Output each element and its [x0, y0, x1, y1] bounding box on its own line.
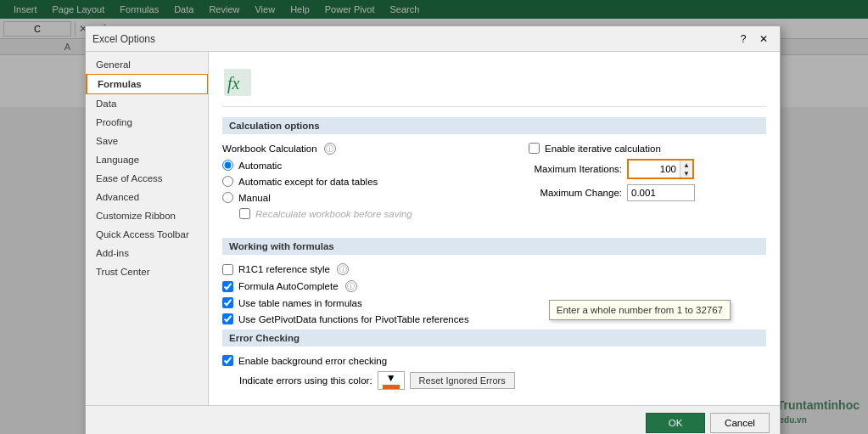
r1c1-label: R1C1 reference style	[238, 264, 330, 274]
radio-manual[interactable]: Manual	[222, 192, 515, 203]
radio-manual-label: Manual	[238, 193, 271, 203]
workbook-calc-label-row: Workbook Calculation ⓘ	[222, 143, 515, 155]
sidebar-item-advanced[interactable]: Advanced	[86, 188, 208, 206]
max-iterations-input[interactable]: 100	[629, 161, 680, 178]
sidebar-item-proofing[interactable]: Proofing	[86, 113, 208, 132]
use-getpivotdata-input[interactable]	[222, 313, 233, 324]
sidebar-item-language[interactable]: Language	[86, 150, 208, 169]
calc-options: Workbook Calculation ⓘ Automatic	[222, 143, 766, 224]
error-section-header: Error Checking	[222, 330, 766, 347]
indicate-errors-label: Indicate errors using this color:	[239, 375, 372, 386]
max-iterations-spinner: 100 ▲ ▼	[627, 159, 694, 179]
use-getpivotdata-label: Use GetPivotData functions for PivotTabl…	[238, 314, 469, 324]
sidebar-item-save[interactable]: Save	[86, 132, 208, 150]
sidebar-item-ease-of-access[interactable]: Ease of Access	[86, 169, 208, 188]
svg-text:fx: fx	[227, 74, 240, 93]
dialog-title: Excel Options	[92, 33, 155, 45]
radio-manual-input[interactable]	[222, 192, 233, 203]
radio-automatic[interactable]: Automatic	[222, 160, 515, 171]
workbook-calc-info-icon[interactable]: ⓘ	[324, 143, 336, 155]
radio-automatic-except-label: Automatic except for data tables	[238, 177, 378, 187]
reset-ignored-errors-button[interactable]: Reset Ignored Errors	[410, 372, 515, 389]
cancel-button[interactable]: Cancel	[710, 413, 770, 433]
dialog-footer: OK Cancel	[86, 405, 780, 434]
radio-automatic-label: Automatic	[238, 161, 282, 171]
r1c1-checkbox[interactable]: R1C1 reference style ⓘ	[222, 263, 766, 275]
excel-options-dialog: Excel Options ? ✕ General Formulas Data …	[85, 25, 781, 434]
workbook-calc-radios: Automatic Automatic except for data tabl…	[222, 160, 515, 203]
sidebar-item-trust-center[interactable]: Trust Center	[86, 262, 208, 281]
calc-section-header: Calculation options	[222, 117, 766, 134]
enable-background-label: Enable background error checking	[238, 356, 387, 366]
use-table-names-label: Use table names in formulas	[238, 298, 362, 308]
dialog-overlay: Excel Options ? ✕ General Formulas Data …	[0, 0, 868, 434]
workbook-calc-label: Workbook Calculation	[222, 144, 317, 154]
r1c1-info-icon[interactable]: ⓘ	[337, 263, 349, 275]
max-iterations-spinner-btns: ▲ ▼	[680, 161, 692, 178]
recalculate-input[interactable]	[239, 208, 250, 219]
dialog-description: fx	[222, 62, 766, 107]
formula-autocomplete-label: Formula AutoComplete	[238, 281, 339, 291]
formula-autocomplete-checkbox[interactable]: Formula AutoComplete ⓘ	[222, 280, 766, 292]
use-table-names-input[interactable]	[222, 297, 233, 308]
formula-autocomplete-input[interactable]	[222, 281, 233, 292]
dialog-controls: ? ✕	[734, 31, 773, 48]
sidebar-item-quick-access-toolbar[interactable]: Quick Access Toolbar	[86, 225, 208, 244]
formulas-section-header: Working with formulas	[222, 238, 766, 255]
iterative-calc-group: Enable iterative calculation Maximum Ite…	[529, 143, 766, 224]
radio-automatic-input[interactable]	[222, 160, 233, 171]
close-button[interactable]: ✕	[754, 31, 773, 48]
dialog-body: General Formulas Data Proofing Save Lang…	[86, 52, 780, 405]
r1c1-input[interactable]	[222, 264, 233, 275]
workbook-calc-group: Workbook Calculation ⓘ Automatic	[222, 143, 515, 224]
indicate-errors-row: Indicate errors using this color: ▼ Rese…	[239, 371, 766, 390]
help-button[interactable]: ?	[734, 31, 753, 48]
color-bar	[383, 385, 400, 389]
error-section: Enable background error checking Indicat…	[222, 355, 766, 390]
enable-iterative-input[interactable]	[529, 143, 540, 154]
max-iterations-row: Maximum Iterations: 100 ▲ ▼	[529, 159, 766, 179]
sidebar-item-data[interactable]: Data	[86, 94, 208, 113]
enable-background-checkbox[interactable]: Enable background error checking	[222, 355, 766, 366]
enable-iterative-label: Enable iterative calculation	[545, 144, 661, 154]
dialog-main: fx Calculation options Workbook Calculat…	[209, 52, 780, 405]
enable-background-input[interactable]	[222, 355, 233, 366]
max-iterations-label: Maximum Iterations:	[529, 164, 622, 174]
sidebar-item-general[interactable]: General	[86, 55, 208, 74]
dialog-titlebar: Excel Options ? ✕	[86, 26, 780, 52]
color-picker-button[interactable]: ▼	[378, 371, 405, 390]
sidebar-item-customize-ribbon[interactable]: Customize Ribbon	[86, 206, 208, 225]
formula-autocomplete-info-icon[interactable]: ⓘ	[345, 280, 357, 292]
recalculate-label: Recalculate workbook before saving	[255, 209, 412, 219]
max-iterations-up[interactable]: ▲	[680, 161, 692, 169]
sidebar-item-formulas[interactable]: Formulas	[86, 74, 208, 94]
tooltip: Enter a whole number from 1 to 32767	[549, 300, 731, 320]
max-change-row: Maximum Change: 0.001	[529, 184, 766, 201]
recalculate-checkbox[interactable]: Recalculate workbook before saving	[239, 208, 515, 219]
sidebar-item-add-ins[interactable]: Add-ins	[86, 244, 208, 262]
max-change-label: Maximum Change:	[529, 188, 622, 198]
max-change-input[interactable]: 0.001	[627, 184, 695, 201]
radio-automatic-except-input[interactable]	[222, 176, 233, 187]
sidebar: General Formulas Data Proofing Save Lang…	[86, 52, 209, 405]
max-iterations-down[interactable]: ▼	[680, 169, 692, 178]
enable-iterative-checkbox[interactable]: Enable iterative calculation	[529, 143, 766, 154]
ok-button[interactable]: OK	[646, 413, 705, 433]
formulas-icon: fx	[222, 67, 253, 98]
radio-automatic-except[interactable]: Automatic except for data tables	[222, 176, 515, 187]
